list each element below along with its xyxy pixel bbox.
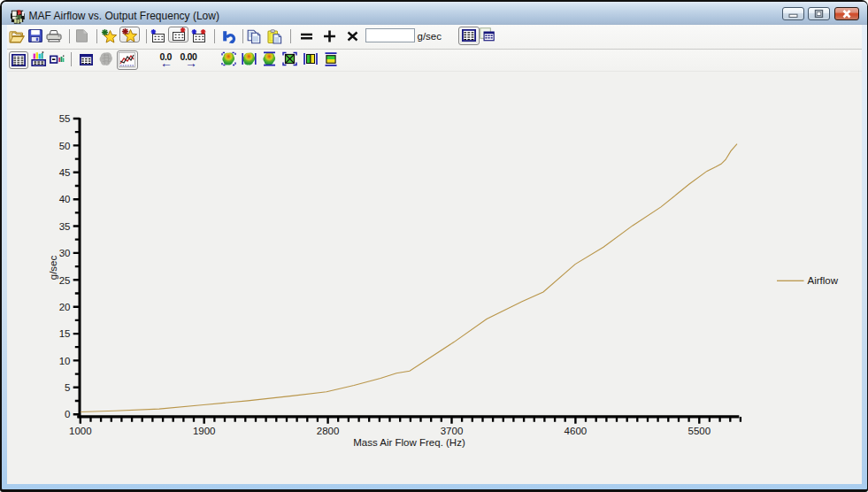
svg-text:1000: 1000 — [69, 426, 92, 436]
svg-text:Airflow: Airflow — [808, 275, 839, 286]
svg-text:1900: 1900 — [193, 426, 216, 436]
svg-text:4600: 4600 — [565, 426, 588, 436]
svg-text:40: 40 — [59, 194, 71, 204]
svg-text:35: 35 — [59, 221, 71, 232]
svg-text:10: 10 — [59, 356, 71, 366]
svg-text:55: 55 — [59, 113, 71, 124]
svg-text:30: 30 — [59, 248, 71, 258]
svg-text:0: 0 — [65, 409, 70, 419]
svg-text:Mass Air Flow Freq. (Hz): Mass Air Flow Freq. (Hz) — [353, 437, 465, 448]
svg-text:15: 15 — [59, 328, 71, 339]
svg-text:50: 50 — [59, 141, 71, 151]
svg-text:25: 25 — [59, 275, 71, 286]
svg-text:5: 5 — [65, 382, 70, 393]
svg-text:20: 20 — [59, 302, 71, 312]
svg-text:2800: 2800 — [317, 426, 340, 436]
svg-text:45: 45 — [59, 167, 71, 178]
svg-text:g/sec: g/sec — [48, 256, 58, 281]
svg-text:3700: 3700 — [441, 426, 464, 436]
svg-text:5500: 5500 — [688, 426, 711, 436]
